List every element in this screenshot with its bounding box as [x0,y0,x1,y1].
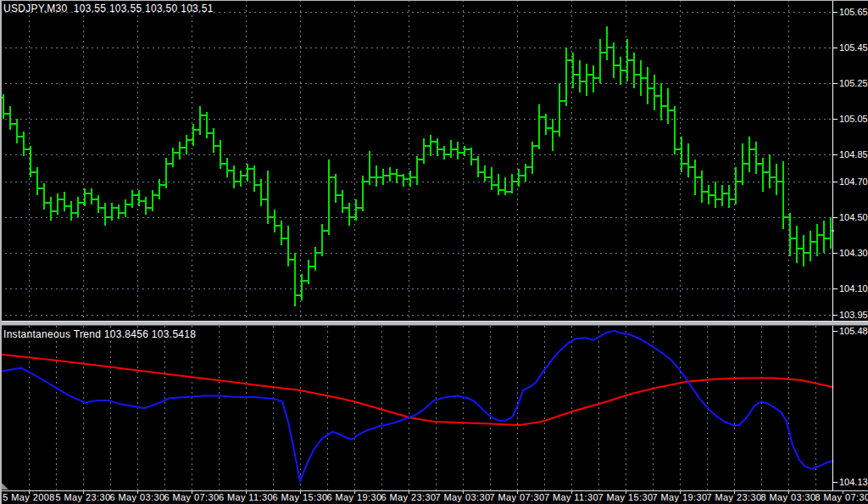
price-axis-label: 104.70 [839,176,868,187]
time-axis-tick [788,490,789,494]
time-axis-tick [300,490,301,494]
price-axis-label: 104.50 [839,212,868,222]
time-axis-border [0,490,868,491]
price-axis-label: 104.30 [839,248,868,258]
indicator-title: Instantaneous Trend 103.8456 103.5418 [3,328,196,340]
subwindow-resize-grip[interactable] [2,483,8,490]
price-axis-label: 105.45 [839,42,868,53]
time-axis-tick [409,490,409,494]
price-axis-label: 105.25 [839,78,868,88]
time-axis-label: 8 May 07:30 [815,492,868,502]
time-axis-tick [734,490,735,494]
time-axis-tick [246,490,247,494]
time-axis-tick [29,490,30,494]
time-axis-tick [517,490,518,494]
indicator-axis-label: 104.1342 [839,477,868,487]
time-axis-tick [571,490,572,494]
window-splitter[interactable] [0,321,868,326]
main-chart-plot[interactable] [0,0,868,321]
time-axis-tick [137,490,138,494]
time-axis-tick [626,490,626,494]
time-axis-tick [192,490,192,494]
price-axis-label: 105.05 [839,114,868,124]
time-axis-tick [83,490,84,494]
window-border-left [0,0,2,504]
symbol-ohlc-title: USDJPY,M30 103.55 103.55 103.50 103.51 [3,3,214,14]
price-axis-label: 105.65 [839,7,868,17]
window-border-top [0,0,868,1]
time-axis-tick [463,490,464,494]
mt4-chart-window: USDJPY,M30 103.55 103.55 103.50 103.51 I… [0,0,868,504]
price-axis-label: 103.95 [839,310,868,320]
indicator-axis-label: 105.4805 [839,326,868,336]
price-axis-label: 104.85 [839,149,868,160]
time-axis-tick [680,490,681,494]
time-axis-tick [354,490,355,494]
price-axis-label: 104.10 [839,283,868,294]
indicator-blue-line [2,331,832,481]
time-axis-tick [843,490,843,494]
indicator-subwindow-plot[interactable] [0,326,868,490]
